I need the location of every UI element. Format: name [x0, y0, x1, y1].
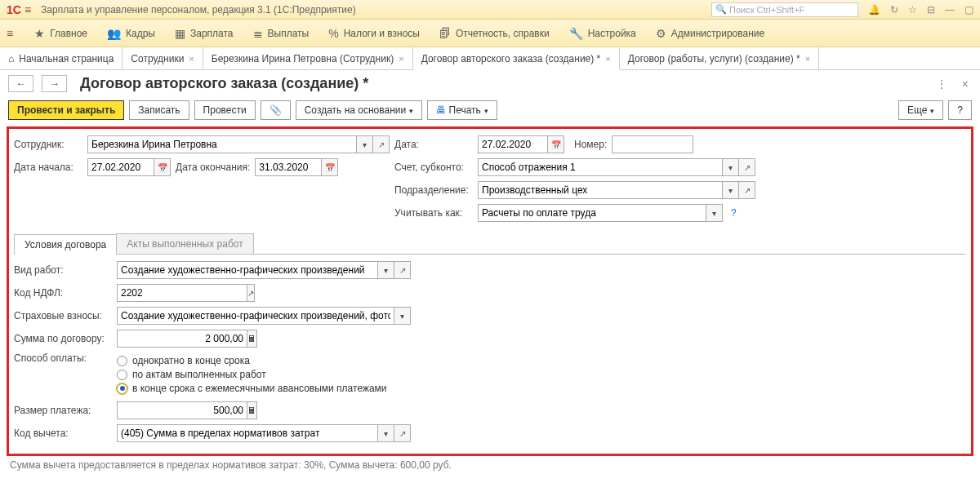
ndfl-label: Код НДФЛ:	[14, 287, 112, 299]
pay-option-3[interactable]: в конце срока с ежемесячными авансовыми …	[117, 383, 387, 394]
payment-size-input[interactable]	[117, 401, 247, 419]
wrench-icon: 🔧	[569, 27, 583, 40]
payment-size-label: Размер платежа:	[14, 405, 112, 416]
open-ref-icon[interactable]: ↗	[247, 284, 255, 302]
post-button[interactable]: Провести	[194, 100, 256, 120]
calendar-icon[interactable]: 📅	[154, 158, 171, 176]
help-icon[interactable]: ?	[731, 207, 737, 219]
close-icon[interactable]: ×	[399, 54, 403, 64]
menu-reports[interactable]: 🗐Отчетность, справки	[431, 24, 558, 43]
tab-contract-work[interactable]: Договор (работы, услуги) (создание) *×	[620, 47, 819, 69]
dropdown-icon[interactable]: ▾	[723, 181, 739, 199]
sections-icon[interactable]: ≡	[7, 27, 13, 40]
grid-icon: ▦	[175, 27, 185, 40]
footer-note: Сумма вычета предоставляется в пределах …	[0, 456, 980, 474]
paperclip-icon: 📎	[270, 104, 282, 116]
sum-input[interactable]	[117, 330, 247, 348]
save-button[interactable]: Записать	[129, 100, 189, 120]
home-icon: ⌂	[8, 53, 14, 64]
app-logo: 1C	[7, 3, 21, 16]
nav-row: ← → Договор авторского заказа (создание)…	[0, 70, 980, 97]
more-button[interactable]: Еще▾	[898, 100, 943, 120]
menu-payments[interactable]: ≣Выплаты	[245, 24, 318, 43]
date-label: Дата:	[394, 139, 473, 150]
start-input[interactable]	[87, 158, 154, 176]
close-icon[interactable]: ×	[805, 54, 810, 64]
open-ref-icon[interactable]: ↗	[373, 135, 390, 153]
forward-button[interactable]: →	[42, 75, 67, 92]
dropdown-icon[interactable]: ▾	[723, 158, 739, 176]
open-ref-icon[interactable]: ↗	[394, 424, 411, 442]
inner-tabs: Условия договора Акты выполненных работ	[14, 233, 966, 255]
print-icon: 🖶	[436, 104, 448, 116]
end-input[interactable]	[255, 158, 322, 176]
menu-salary[interactable]: ▦Зарплата	[167, 24, 242, 43]
menu-icon[interactable]: ≡	[24, 3, 31, 16]
minimize-icon[interactable]: —	[945, 4, 955, 16]
attach-button[interactable]: 📎	[261, 100, 291, 120]
double-bar-icon[interactable]: ⊟	[927, 4, 935, 16]
calculator-icon[interactable]: 🖩	[247, 330, 257, 348]
employee-input[interactable]	[87, 135, 357, 153]
calendar-icon[interactable]: 📅	[548, 135, 564, 153]
print-button[interactable]: 🖶 Печать▾	[427, 100, 497, 120]
app-title: Зарплата и управление персоналом, редакц…	[41, 4, 711, 16]
deduction-input[interactable]	[117, 424, 378, 442]
close-page-icon[interactable]: ×	[959, 78, 972, 91]
search-input[interactable]: 🔍 Поиск Ctrl+Shift+F	[711, 2, 858, 17]
date-input[interactable]	[478, 135, 548, 153]
open-ref-icon[interactable]: ↗	[739, 181, 755, 199]
contrib-label: Страховые взносы:	[14, 310, 112, 321]
account-input[interactable]	[478, 158, 723, 176]
dropdown-icon[interactable]: ▾	[394, 307, 411, 325]
menu-settings[interactable]: 🔧Настройка	[561, 24, 644, 43]
history-icon[interactable]: ↻	[890, 4, 898, 16]
account-label: Счет, субконто:	[394, 162, 473, 173]
number-label: Номер:	[574, 139, 607, 150]
tab-employees[interactable]: Сотрудники×	[122, 47, 203, 69]
create-on-button[interactable]: Создать на основании▾	[296, 100, 423, 120]
contrib-input[interactable]	[117, 307, 394, 325]
star-icon[interactable]: ☆	[908, 4, 917, 16]
treat-label: Учитывать как:	[394, 207, 473, 219]
number-input[interactable]	[612, 135, 693, 153]
maximize-icon[interactable]: ▢	[964, 4, 973, 16]
tabbar: ⌂Начальная страница Сотрудники× Березкин…	[0, 47, 980, 70]
calendar-icon[interactable]: 📅	[322, 158, 338, 176]
menubar: ≡ ★Главное 👥Кадры ▦Зарплата ≣Выплаты %На…	[0, 20, 980, 47]
open-ref-icon[interactable]: ↗	[739, 158, 755, 176]
inner-tab-conditions[interactable]: Условия договора	[14, 234, 117, 255]
menu-admin[interactable]: ⚙Администрирование	[648, 24, 773, 43]
star-icon: ★	[34, 27, 45, 40]
help-button[interactable]: ?	[948, 100, 972, 120]
toolbar: Провести и закрыть Записать Провести 📎 С…	[0, 97, 980, 126]
close-icon[interactable]: ×	[605, 54, 610, 64]
close-icon[interactable]: ×	[189, 54, 194, 64]
pay-option-2[interactable]: по актам выполненных работ	[117, 369, 387, 380]
back-button[interactable]: ←	[8, 75, 33, 92]
menu-taxes[interactable]: %Налоги и взносы	[320, 24, 428, 43]
tab-home[interactable]: ⌂Начальная страница	[0, 47, 122, 69]
tab-employee[interactable]: Березкина Ирина Петровна (Сотрудник)×	[203, 47, 413, 69]
dropdown-icon[interactable]: ▾	[357, 135, 373, 153]
post-close-button[interactable]: Провести и закрыть	[8, 100, 124, 120]
dept-input[interactable]	[478, 181, 723, 199]
work-type-input[interactable]	[117, 261, 378, 279]
inner-tab-acts[interactable]: Акты выполненных работ	[116, 233, 253, 254]
menu-kadry[interactable]: 👥Кадры	[99, 24, 163, 43]
tab-contract-author[interactable]: Договор авторского заказа (создание) *×	[413, 48, 620, 70]
bell-icon[interactable]: 🔔	[868, 4, 880, 16]
dropdown-icon[interactable]: ▾	[706, 204, 723, 222]
page-title: Договор авторского заказа (создание) *	[80, 75, 368, 92]
ndfl-input[interactable]	[117, 284, 247, 302]
pay-option-1[interactable]: однократно в конце срока	[117, 355, 387, 366]
calculator-icon[interactable]: 🖩	[247, 401, 257, 419]
menu-main[interactable]: ★Главное	[26, 24, 96, 43]
kebab-icon[interactable]: ⋮	[933, 78, 951, 91]
treat-input[interactable]	[478, 204, 706, 222]
employee-label: Сотрудник:	[14, 139, 82, 150]
dropdown-icon[interactable]: ▾	[378, 261, 394, 279]
dropdown-icon[interactable]: ▾	[378, 424, 394, 442]
open-ref-icon[interactable]: ↗	[394, 261, 411, 279]
work-type-label: Вид работ:	[14, 264, 112, 276]
